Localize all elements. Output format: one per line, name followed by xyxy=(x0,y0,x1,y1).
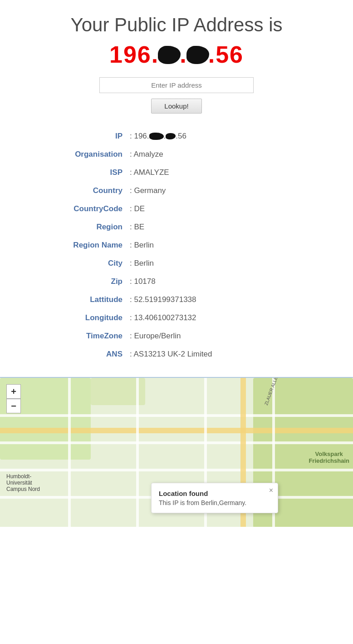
info-label: Region Name xyxy=(9,236,127,254)
ip-redacted-1 xyxy=(158,46,181,64)
info-value: : AS13213 UK-2 Limited xyxy=(127,345,344,363)
info-value: : Germany xyxy=(127,182,344,200)
zoom-in-button[interactable]: + xyxy=(6,384,21,399)
table-row: Region Name: Berlin xyxy=(9,236,344,254)
table-row: Organisation: Amalyze xyxy=(9,145,344,163)
info-value: : 10178 xyxy=(127,272,344,291)
info-label: Zip xyxy=(9,272,127,291)
table-row: CountryCode: DE xyxy=(9,200,344,218)
info-value: : Amalyze xyxy=(127,145,344,163)
ip-prefix: 196. xyxy=(109,41,159,68)
road-h1 xyxy=(0,414,353,417)
ip-input[interactable] xyxy=(99,77,254,93)
road-h2 xyxy=(0,441,353,444)
table-row: Zip: 10178 xyxy=(9,272,344,291)
info-label: Lattitude xyxy=(9,291,127,309)
info-value: : Berlin xyxy=(127,254,344,272)
info-value: : DE xyxy=(127,200,344,218)
map-label-volkspark: VolksparkFriedrichshain xyxy=(309,451,349,464)
popup-text: This IP is from Berlin,Germany. xyxy=(159,499,260,506)
table-row: Longitude: 13.406100273132 xyxy=(9,309,344,327)
table-row: Region: BE xyxy=(9,218,344,236)
road-v1 xyxy=(68,378,71,527)
info-label: Organisation xyxy=(9,145,127,163)
info-value: : BE xyxy=(127,218,344,236)
road-v2 xyxy=(136,378,139,527)
road-main-h xyxy=(0,428,353,433)
info-label: CountryCode xyxy=(9,200,127,218)
table-row: TimeZone: Europe/Berlin xyxy=(9,327,344,345)
map-label-humboldt: Humboldt-UniversitätCampus Nord xyxy=(6,473,40,492)
location-popup: × Location found This IP is from Berlin,… xyxy=(151,483,278,513)
ip-info-table: IP: 196...56Organisation: AmalyzeISP: AM… xyxy=(9,127,344,363)
popup-close-button[interactable]: × xyxy=(269,487,273,494)
map-section: ZLAUER ALLEE Humboldt-UniversitätCampus … xyxy=(0,377,353,527)
info-label: IP xyxy=(9,127,127,145)
info-label: City xyxy=(9,254,127,272)
road-h3 xyxy=(0,469,353,471)
ip-redacted-2 xyxy=(186,46,209,64)
table-row: Lattitude: 52.519199371338 xyxy=(9,291,344,309)
info-value: : 13.406100273132 xyxy=(127,309,344,327)
table-row: Country: Germany xyxy=(9,182,344,200)
info-label: ISP xyxy=(9,163,127,182)
info-label: Country xyxy=(9,182,127,200)
ip-lookup-section: Lookup! xyxy=(9,77,344,114)
info-value: : Berlin xyxy=(127,236,344,254)
ip-display: 196...56 xyxy=(9,41,344,68)
info-value: : 52.519199371338 xyxy=(127,291,344,309)
table-row: ISP: AMALYZE xyxy=(9,163,344,182)
page-title: Your Public IP Address is xyxy=(9,14,344,36)
table-row: IP: 196...56 xyxy=(9,127,344,145)
info-value: : AMALYZE xyxy=(127,163,344,182)
lookup-button[interactable]: Lookup! xyxy=(151,99,201,114)
table-row: City: Berlin xyxy=(9,254,344,272)
info-label: Region xyxy=(9,218,127,236)
page-wrapper: Your Public IP Address is 196...56 Looku… xyxy=(0,0,353,363)
zoom-out-button[interactable]: − xyxy=(6,399,21,413)
info-label: TimeZone xyxy=(9,327,127,345)
info-value: : 196...56 xyxy=(127,127,344,145)
table-row: ANS: AS13213 UK-2 Limited xyxy=(9,345,344,363)
map-controls: + − xyxy=(6,384,21,413)
info-label: Longitude xyxy=(9,309,127,327)
info-value: : Europe/Berlin xyxy=(127,327,344,345)
info-label: ANS xyxy=(9,345,127,363)
popup-title: Location found xyxy=(159,490,260,497)
ip-suffix: .56 xyxy=(208,41,244,68)
